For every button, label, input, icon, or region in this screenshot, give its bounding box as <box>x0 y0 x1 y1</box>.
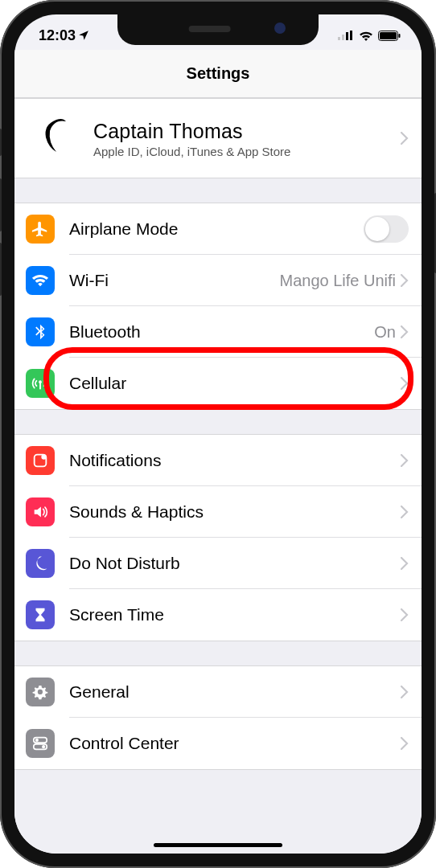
svg-rect-0 <box>338 37 340 40</box>
wifi-icon <box>26 266 55 295</box>
bluetooth-detail: On <box>374 323 396 342</box>
svg-rect-3 <box>350 31 352 40</box>
mute-switch <box>0 129 2 156</box>
control-center-label: Control Center <box>69 734 401 753</box>
sounds-label: Sounds & Haptics <box>69 502 401 522</box>
notifications-row[interactable]: Notifications <box>14 435 422 486</box>
home-indicator[interactable] <box>154 843 282 847</box>
status-left: 12:03 <box>39 21 89 44</box>
settings-content[interactable]: Captain Thomas Apple ID, iCloud, iTunes … <box>14 98 422 854</box>
nav-title-bar: Settings <box>14 50 422 98</box>
system-group: General Control Center <box>14 665 422 770</box>
airplane-mode-label: Airplane Mode <box>69 219 364 239</box>
volume-up-button <box>0 178 2 231</box>
svg-point-10 <box>41 454 46 459</box>
chevron-right-icon <box>401 377 409 390</box>
bluetooth-row[interactable]: Bluetooth On <box>14 306 422 358</box>
phone-frame: 12:03 Settings <box>0 0 436 868</box>
chevron-right-icon <box>401 737 409 750</box>
svg-rect-5 <box>380 32 397 39</box>
connectivity-group: Airplane Mode Wi-Fi Mango Life Unifi <box>14 203 422 410</box>
hourglass-icon <box>26 600 55 629</box>
notch <box>117 14 319 45</box>
dnd-row[interactable]: Do Not Disturb <box>14 538 422 589</box>
sounds-row[interactable]: Sounds & Haptics <box>14 486 422 538</box>
airplane-mode-row[interactable]: Airplane Mode <box>14 203 422 255</box>
chevron-right-icon <box>401 557 409 570</box>
location-arrow-icon <box>78 30 89 41</box>
bluetooth-icon <box>26 317 55 346</box>
screen: 12:03 Settings <box>14 14 422 854</box>
battery-icon <box>378 31 401 41</box>
moon-icon <box>26 549 55 578</box>
page-title: Settings <box>187 64 250 83</box>
chevron-right-icon <box>401 454 409 467</box>
wifi-status-icon <box>359 31 373 41</box>
chevron-right-icon <box>401 132 409 145</box>
switches-icon <box>26 729 55 758</box>
apple-id-row[interactable]: Captain Thomas Apple ID, iCloud, iTunes … <box>14 99 422 178</box>
sounds-icon <box>26 497 55 526</box>
cellular-icon <box>26 369 55 398</box>
chevron-right-icon <box>401 506 409 518</box>
chevron-right-icon <box>401 608 409 621</box>
cellular-label: Cellular <box>69 374 401 393</box>
general-label: General <box>69 682 401 702</box>
svg-point-8 <box>39 380 42 383</box>
svg-point-12 <box>35 739 39 742</box>
svg-rect-2 <box>346 32 348 40</box>
general-row[interactable]: General <box>14 666 422 718</box>
control-center-row[interactable]: Control Center <box>14 718 422 769</box>
dnd-label: Do Not Disturb <box>69 554 401 573</box>
svg-rect-6 <box>399 34 401 38</box>
airplane-mode-toggle[interactable] <box>364 215 409 243</box>
wifi-label: Wi-Fi <box>69 271 279 290</box>
alerts-group: Notifications Sounds & Haptics <box>14 434 422 641</box>
notifications-label: Notifications <box>69 451 401 470</box>
svg-point-14 <box>42 745 45 748</box>
wifi-detail: Mango Life Unifi <box>279 272 396 290</box>
chevron-right-icon <box>401 274 409 287</box>
cell-signal-icon <box>338 31 354 40</box>
chevron-right-icon <box>401 326 409 338</box>
bluetooth-label: Bluetooth <box>69 322 374 342</box>
notifications-icon <box>26 446 55 475</box>
wifi-row[interactable]: Wi-Fi Mango Life Unifi <box>14 255 422 306</box>
chevron-right-icon <box>401 686 409 698</box>
volume-down-button <box>0 243 2 296</box>
status-right <box>338 24 401 41</box>
cellular-row[interactable]: Cellular <box>14 358 422 409</box>
gear-icon <box>26 678 55 706</box>
screentime-row[interactable]: Screen Time <box>14 589 422 641</box>
avatar <box>32 113 82 163</box>
status-time: 12:03 <box>39 27 76 44</box>
profile-subtitle: Apple ID, iCloud, iTunes & App Store <box>93 145 401 158</box>
svg-rect-1 <box>342 35 344 40</box>
screentime-label: Screen Time <box>69 605 401 624</box>
profile-group: Captain Thomas Apple ID, iCloud, iTunes … <box>14 98 422 178</box>
airplane-icon <box>26 215 55 244</box>
profile-name: Captain Thomas <box>93 120 401 143</box>
